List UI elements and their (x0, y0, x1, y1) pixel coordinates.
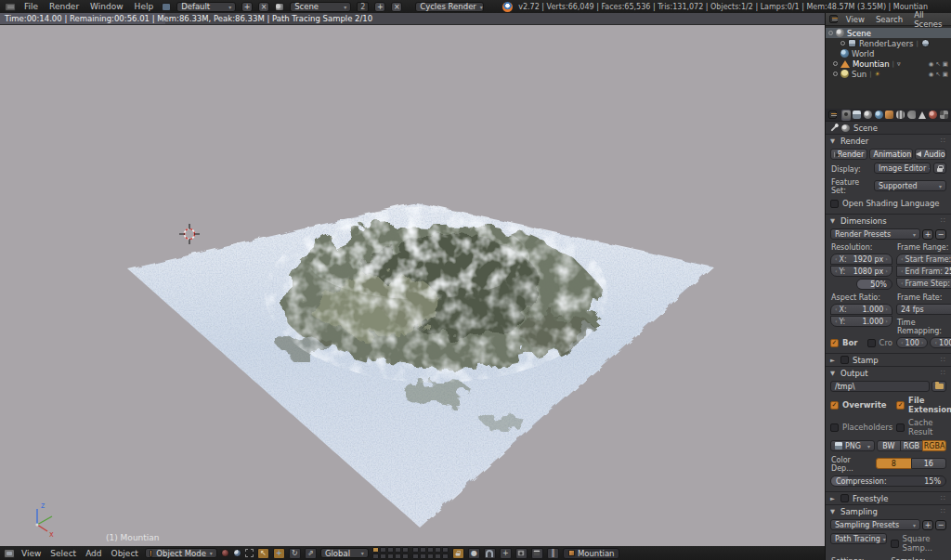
add-sampling-preset-button[interactable]: + (922, 520, 933, 530)
rgba-button[interactable]: RGBA (922, 440, 946, 451)
expand-icon[interactable] (833, 61, 838, 66)
viewport-3d[interactable]: z x (1) Mountian (0, 25, 825, 546)
layer-20[interactable] (442, 553, 449, 559)
tab-object[interactable] (885, 110, 894, 121)
compression-slider[interactable]: Compression:15% (830, 475, 946, 487)
opengl-render-image-button[interactable] (515, 548, 528, 559)
remove-sampling-preset-button[interactable]: − (935, 520, 946, 530)
panel-grip-icon[interactable]: ∷ (941, 507, 946, 515)
visibility-toggle[interactable]: ◉ (929, 71, 934, 78)
tab-scene[interactable] (864, 110, 873, 121)
tab-material[interactable] (929, 110, 938, 121)
rgb-button[interactable]: RGB (900, 440, 924, 451)
editor-type-selector-icon[interactable] (5, 3, 16, 11)
selectability-toggle[interactable]: ↖ (935, 60, 940, 68)
outliner-editor-icon[interactable] (829, 15, 838, 23)
manipulator-toggle[interactable]: ↖ (257, 548, 269, 559)
render-presets-selector[interactable]: Render Presets▾ (830, 228, 920, 240)
layer-10[interactable] (442, 547, 449, 553)
border-checkbox[interactable]: ✓ (830, 339, 839, 347)
menu-select[interactable]: Select (47, 549, 79, 558)
start-frame-field[interactable]: ‹Start Frame:1› (896, 254, 951, 265)
panel-output-header[interactable]: ▼ Output ∷ (826, 367, 951, 379)
snap-toggle[interactable] (484, 548, 496, 559)
tab-object-data[interactable] (918, 110, 927, 121)
layer-16[interactable] (412, 553, 419, 559)
resolution-y-field[interactable]: ‹Y:1080 px› (830, 266, 892, 277)
outliner-item-sun[interactable]: Sun | ☀ ◉ ↖ ▣ (826, 69, 951, 79)
layer-17[interactable] (420, 553, 426, 559)
tab-render[interactable] (841, 110, 851, 121)
placeholders-checkbox[interactable] (830, 423, 839, 432)
pivot-align-toggle[interactable] (245, 549, 254, 557)
tab-modifiers[interactable] (906, 110, 916, 121)
panel-grip-icon[interactable]: ∷ (941, 494, 946, 502)
lock-interface-button[interactable] (933, 163, 946, 174)
frame-rate-selector[interactable]: 24 fps▾ (896, 304, 951, 315)
lock-to-scene-toggle[interactable] (452, 548, 464, 559)
pause-button[interactable]: ‖ (547, 548, 559, 559)
end-frame-field[interactable]: ‹End Fram:250› (896, 266, 951, 277)
delete-layout-button[interactable]: × (258, 2, 269, 12)
panel-freestyle-header[interactable]: ► Freestyle ∷ (826, 492, 951, 504)
crop-checkbox[interactable] (867, 339, 876, 347)
remove-preset-button[interactable]: − (935, 229, 946, 240)
panel-grip-icon[interactable]: ∷ (941, 356, 946, 364)
remap-new-field[interactable]: ‹100› (930, 337, 951, 348)
menu-help[interactable]: Help (132, 2, 157, 11)
panel-grip-icon[interactable]: ∷ (941, 216, 946, 225)
osl-checkbox[interactable] (830, 200, 839, 208)
feature-set-selector[interactable]: Supported▾ (874, 180, 946, 191)
depth-8-button[interactable]: 8 (876, 458, 912, 469)
terrain-mesh[interactable] (111, 188, 734, 540)
outliner-item-mountian[interactable]: Mountian | ▿ ◉ ↖ ▣ (826, 59, 951, 69)
renderability-toggle[interactable]: ▣ (943, 71, 948, 78)
tab-constraints[interactable] (896, 110, 905, 121)
pivot-point-selector[interactable] (233, 549, 241, 557)
overwrite-checkbox[interactable]: ✓ (830, 401, 839, 410)
outliner-menu-view[interactable]: View (843, 15, 867, 24)
layer-2[interactable] (380, 547, 386, 553)
viewport-canvas[interactable]: z x (1) Mountian (0, 25, 825, 546)
layer-12[interactable] (380, 553, 386, 559)
tab-world[interactable] (874, 110, 883, 121)
file-extensions-checkbox[interactable]: ✓ (896, 401, 905, 410)
panel-grip-icon[interactable]: ∷ (941, 369, 946, 377)
visibility-toggle[interactable]: ◉ (929, 60, 934, 68)
cache-result-checkbox[interactable] (896, 423, 905, 432)
browse-output-button[interactable] (931, 381, 946, 392)
audio-button[interactable]: Audio (915, 149, 946, 160)
layer-9[interactable] (435, 547, 441, 553)
layer-1[interactable] (372, 547, 379, 553)
add-preset-button[interactable]: + (922, 229, 933, 240)
layer-3[interactable] (387, 547, 394, 553)
outliner-item-scene[interactable]: Scene (826, 28, 951, 38)
layer-7[interactable] (420, 547, 426, 553)
menu-view[interactable]: View (19, 549, 44, 558)
proportional-edit-toggle[interactable]: ● (468, 548, 480, 559)
panel-stamp-header[interactable]: ► Stamp ∷ (826, 354, 951, 366)
square-samples-checkbox[interactable] (891, 540, 899, 548)
freestyle-checkbox[interactable] (840, 494, 849, 502)
mode-selector[interactable]: Object Mode ▾ (145, 548, 217, 558)
add-scene-button[interactable]: + (374, 2, 385, 12)
render-button[interactable]: Render (830, 149, 867, 160)
sampling-presets-selector[interactable]: Sampling Presets▾ (830, 519, 920, 530)
stamp-checkbox[interactable] (840, 356, 849, 364)
layer-14[interactable] (395, 553, 401, 559)
scale-manipulator-icon[interactable]: ⇗ (305, 548, 317, 559)
menu-render[interactable]: Render (46, 2, 82, 11)
outliner-item-world[interactable]: World (826, 48, 951, 59)
display-selector[interactable]: Image Editor▾ (874, 163, 931, 174)
remap-old-field[interactable]: ‹100› (896, 337, 929, 348)
rotate-manipulator-icon[interactable]: ↻ (289, 548, 301, 559)
expand-icon[interactable] (833, 72, 838, 76)
frame-step-field[interactable]: ‹Frame Step:1› (896, 278, 951, 289)
opengl-render-anim-button[interactable] (531, 548, 543, 559)
layer-6[interactable] (412, 547, 419, 553)
renderability-toggle[interactable]: ▣ (943, 60, 948, 68)
selectability-toggle[interactable]: ↖ (935, 71, 940, 78)
resolution-x-field[interactable]: ‹X:1920 px› (830, 254, 892, 265)
viewport-shading-selector[interactable] (221, 549, 229, 557)
layer-15[interactable] (402, 553, 409, 559)
